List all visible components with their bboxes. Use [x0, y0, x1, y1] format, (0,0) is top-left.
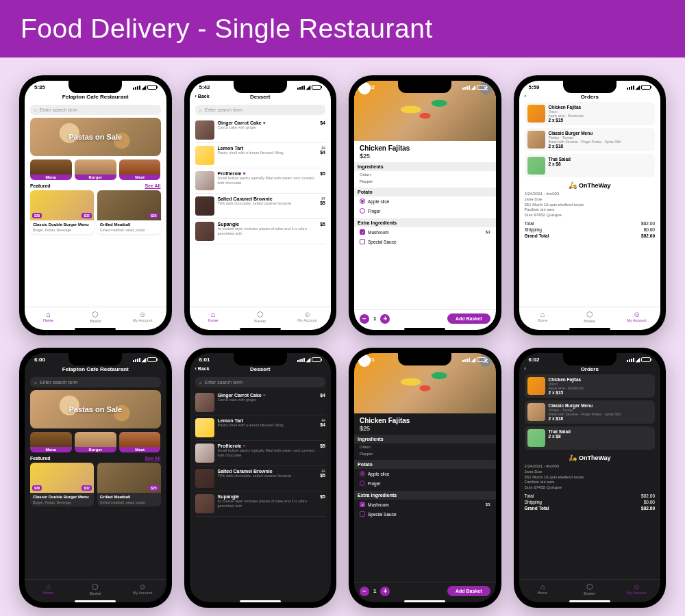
ingredients-heading: Ingredients — [354, 162, 496, 171]
tab-home[interactable]: ⌂Home — [519, 582, 566, 595]
clock: 5:35 — [34, 84, 45, 90]
tab-bar: ⌂Home ⬡Basket ☺My Account — [25, 307, 166, 327]
extra-row[interactable]: ✓Mushroom$3 — [360, 227, 490, 237]
order-item[interactable]: Chicken FajitasOnionApple slice - Mushro… — [525, 374, 656, 398]
qty-minus-button[interactable]: − — [360, 587, 369, 596]
category-meat[interactable]: Meat — [119, 159, 161, 180]
featured-card[interactable]: $25Grilled MeatballGrilled meatball, sal… — [97, 463, 161, 506]
heart-icon: ♥ — [243, 171, 246, 176]
tab-home[interactable]: ⌂Home — [190, 310, 237, 323]
tab-home[interactable]: ⌂Home — [25, 310, 72, 323]
add-basket-button[interactable]: Add Basket — [447, 313, 490, 324]
category-burger[interactable]: Burger — [75, 432, 116, 452]
add-basket-button[interactable]: Add Basket — [447, 586, 490, 596]
search-icon: ⌕ — [199, 107, 202, 112]
tab-home[interactable]: ⌂Home — [25, 582, 72, 595]
back-button[interactable]: ‹Back — [195, 366, 210, 371]
phone-grid: 5:35◢ Felapton Cafe Restaurant ⌕Enter se… — [0, 57, 685, 616]
qty-plus-button[interactable]: + — [380, 314, 390, 324]
order-item[interactable]: Chicken FajitasOnionApple slice - Mushro… — [525, 102, 656, 125]
featured-card[interactable]: $25Grilled MeatballGrilled meatball, sal… — [97, 190, 161, 234]
page-title: Orders — [581, 94, 599, 100]
tab-basket[interactable]: ⬡Basket — [566, 310, 613, 323]
account-icon: ☺ — [119, 310, 166, 318]
hero-banner[interactable]: Pastas on Sale — [30, 390, 161, 428]
tab-basket[interactable]: ⬡Basket — [236, 310, 284, 323]
qty-plus-button[interactable]: + — [380, 587, 390, 596]
see-all-link[interactable]: See All — [145, 183, 160, 188]
home-icon: ⌂ — [25, 310, 72, 318]
back-button[interactable]: ‹ — [525, 366, 526, 371]
checkbox-icon — [360, 239, 365, 244]
search-input[interactable]: ⌕Enter search term — [195, 377, 326, 387]
order-item[interactable]: Classic Burger MenuPickles - TomatoBread… — [525, 128, 656, 151]
tab-basket[interactable]: ⬡Basket — [72, 310, 119, 323]
scooter-icon: 🛵 — [569, 454, 577, 461]
list-item[interactable]: Profiterole♥Small hollow pastry typicall… — [195, 168, 326, 194]
category-meat[interactable]: Meat — [119, 432, 161, 452]
basket-icon: ⬡ — [72, 310, 119, 319]
qty-minus-button[interactable]: − — [360, 314, 369, 324]
page-title: Felapton Cafe Restaurant — [25, 92, 166, 102]
search-input[interactable]: ⌕Enter search term — [195, 105, 326, 115]
order-item[interactable]: Classic Burger MenuPickles - TomatoBread… — [525, 400, 656, 424]
phone-orders-light: 5:59◢ ‹Orders Chicken FajitasOnionApple … — [514, 75, 667, 335]
see-all-link[interactable]: See All — [145, 456, 160, 461]
option-row[interactable]: Apple slice — [360, 196, 490, 206]
radio-icon — [360, 208, 365, 214]
order-item[interactable]: Thai Salad2 x $8 — [525, 426, 656, 450]
qty-value: 1 — [373, 316, 376, 322]
list-item[interactable]: Profiterole♥Small hollow pastry typicall… — [195, 441, 326, 466]
chevron-left-icon: ‹ — [525, 94, 526, 99]
hero-banner[interactable]: Pastas on Sale — [30, 118, 161, 156]
list-item[interactable]: Ginger Carrot Cake♥Carrot cake with ging… — [195, 118, 326, 143]
phone-detail-dark: 6:01◢ ♡✕ Chicken Fajitas $25 Ingredients… — [349, 348, 501, 608]
qty-bar: − 1 + Add Basket — [354, 309, 496, 327]
list-item[interactable]: Lemon TartPastry shell with a lemon flav… — [195, 143, 326, 168]
featured-card[interactable]: $38$32Classic Double Burger MenuBurger, … — [30, 190, 94, 234]
search-input[interactable]: ⌕Enter search term — [30, 105, 161, 115]
tab-account[interactable]: ☺My Account — [613, 310, 660, 323]
option-row[interactable]: Finger — [360, 206, 490, 216]
phone-dessert-dark: 6:01◢ ‹BackDessert ⌕Enter search term Gi… — [184, 348, 337, 608]
list-item[interactable]: SupangleIts bottom layer includes pieces… — [195, 491, 326, 517]
back-button[interactable]: ‹Back — [195, 94, 210, 99]
extras-heading: Extra Ingredients — [354, 218, 496, 227]
extra-row[interactable]: Special Sauce — [360, 509, 490, 519]
phone-dessert-light: 5:42◢ ‹BackDessert ⌕Enter search term Gi… — [184, 75, 337, 335]
checkbox-icon: ✓ — [360, 229, 365, 235]
tab-account[interactable]: ☺My Account — [613, 582, 660, 595]
tab-account[interactable]: ☺My Account — [119, 310, 166, 323]
phone-home-light: 5:35◢ Felapton Cafe Restaurant ⌕Enter se… — [19, 75, 172, 335]
order-item[interactable]: Thai Salad2 x $8 — [525, 154, 656, 177]
tab-home[interactable]: ⌂Home — [519, 310, 566, 323]
list-item[interactable]: Salted Caramel Brownie70% dark chocolate… — [195, 466, 326, 491]
category-menu[interactable]: Menu — [30, 159, 72, 180]
search-input[interactable]: ⌕Enter search term — [30, 377, 161, 387]
tab-account[interactable]: ☺My Account — [284, 310, 331, 323]
page-banner: Food Delivery - Single Restaurant — [0, 0, 685, 57]
radio-icon — [360, 198, 365, 204]
product-title: Chicken Fajitas — [360, 144, 490, 152]
option-row[interactable]: Apple slice — [360, 469, 490, 478]
extra-row[interactable]: Special Sauce — [360, 237, 490, 246]
list-item[interactable]: Ginger Carrot Cake♥Carrot cake with ging… — [195, 390, 326, 415]
list-item[interactable]: Salted Caramel Brownie70% dark chocolate… — [195, 194, 326, 219]
featured-card[interactable]: $38$32Classic Double Burger MenuBurger, … — [30, 463, 94, 506]
category-menu[interactable]: Menu — [30, 432, 72, 452]
list-item[interactable]: SupangleIts bottom layer includes pieces… — [195, 219, 326, 244]
phone-home-dark: 6:00◢ Felapton Cafe Restaurant ⌕Enter se… — [19, 348, 172, 608]
tab-basket[interactable]: ⬡Basket — [566, 582, 613, 595]
tab-basket[interactable]: ⬡Basket — [72, 582, 119, 595]
chevron-left-icon: ‹ — [195, 94, 197, 99]
scooter-icon: 🛵 — [569, 181, 577, 189]
extra-row[interactable]: ✓Mushroom$3 — [360, 500, 490, 509]
phone-detail-light: 5:42◢ ♡✕ Chicken Fajitas $25 Ingredients… — [349, 75, 501, 335]
wifi-icon: ◢ — [142, 84, 146, 90]
category-burger[interactable]: Burger — [75, 159, 116, 180]
list-item[interactable]: Lemon TartPastry shell with a lemon flav… — [195, 415, 326, 441]
back-button[interactable]: ‹ — [525, 94, 526, 99]
tab-account[interactable]: ☺My Account — [119, 582, 166, 595]
page-title: Dessert — [250, 94, 270, 100]
option-row[interactable]: Finger — [360, 478, 490, 488]
